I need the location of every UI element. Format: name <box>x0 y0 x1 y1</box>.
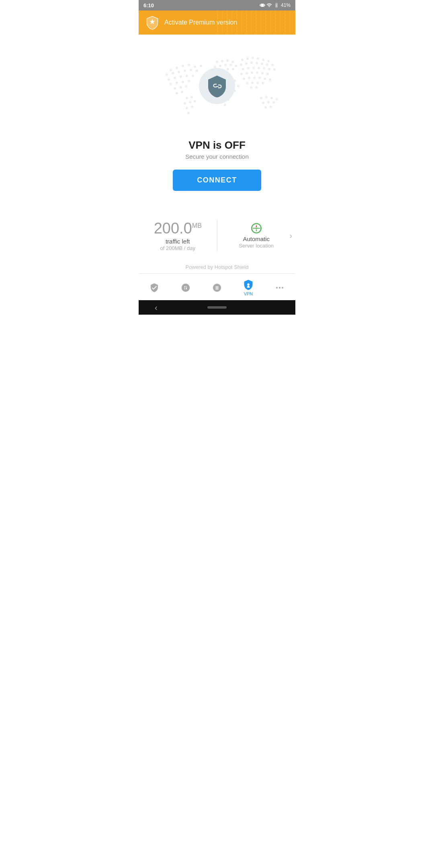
nav-item-protection[interactable] <box>143 280 166 295</box>
svg-point-201 <box>224 64 227 66</box>
svg-point-227 <box>241 59 244 61</box>
svg-point-82 <box>221 24 223 26</box>
back-button[interactable]: ‹ <box>155 303 158 312</box>
svg-point-141 <box>217 34 218 35</box>
svg-point-81 <box>217 24 218 26</box>
svg-point-194 <box>187 112 190 114</box>
svg-point-35 <box>284 14 286 16</box>
svg-point-62 <box>221 21 223 23</box>
battery-percent: 41% <box>281 2 291 8</box>
svg-point-147 <box>246 34 247 35</box>
svg-point-272 <box>264 106 267 108</box>
svg-point-265 <box>260 97 262 99</box>
svg-point-67 <box>246 21 247 23</box>
traffic-stat: 200.0MB traffic left of 200MB / day <box>139 220 217 251</box>
svg-point-195 <box>216 61 218 63</box>
svg-point-176 <box>186 75 188 77</box>
svg-point-17 <box>294 11 295 13</box>
svg-point-182 <box>174 87 176 90</box>
vpn-subtitle: Secure your connection <box>185 153 249 160</box>
svg-point-279 <box>247 283 250 286</box>
svg-point-112 <box>270 27 271 29</box>
traffic-label: traffic left <box>145 238 211 245</box>
svg-point-150 <box>260 34 262 35</box>
svg-point-196 <box>221 60 223 62</box>
nav-item-blocker[interactable] <box>206 280 228 295</box>
svg-point-116 <box>289 27 291 29</box>
svg-point-89 <box>255 24 257 26</box>
svg-point-163 <box>182 65 184 67</box>
svg-point-171 <box>190 69 192 71</box>
svg-point-145 <box>236 34 237 35</box>
svg-point-167 <box>166 74 168 76</box>
vpn-icon <box>243 279 254 291</box>
stats-section: 200.0MB traffic left of 200MB / day Auto… <box>139 207 295 258</box>
svg-point-33 <box>274 14 276 16</box>
svg-point-84 <box>231 24 233 26</box>
svg-point-86 <box>241 24 242 26</box>
svg-point-54 <box>279 18 281 19</box>
svg-point-149 <box>255 34 257 35</box>
status-time: 6:10 <box>143 2 154 8</box>
svg-point-157 <box>294 34 295 35</box>
svg-point-121 <box>217 31 218 32</box>
svg-point-46 <box>241 18 242 19</box>
more-icon <box>274 282 285 293</box>
svg-point-193 <box>191 106 193 108</box>
svg-point-52 <box>270 18 271 19</box>
svg-point-238 <box>266 63 268 66</box>
connect-button[interactable]: CONNECT <box>173 170 261 191</box>
svg-point-152 <box>270 34 271 35</box>
nav-item-more[interactable] <box>268 280 291 295</box>
svg-point-229 <box>252 57 254 59</box>
svg-point-230 <box>257 57 259 60</box>
svg-point-49 <box>255 18 257 19</box>
svg-point-197 <box>226 59 229 62</box>
svg-point-172 <box>196 70 198 72</box>
premium-banner[interactable]: Activate Premium version <box>139 10 295 35</box>
svg-point-168 <box>172 72 174 74</box>
shield-link-svg <box>205 74 229 98</box>
svg-point-243 <box>258 67 260 69</box>
svg-point-76 <box>289 21 291 23</box>
svg-point-180 <box>182 81 184 83</box>
svg-point-90 <box>260 24 262 26</box>
svg-point-85 <box>236 24 237 26</box>
svg-point-68 <box>250 21 252 23</box>
svg-point-50 <box>260 18 262 19</box>
svg-point-263 <box>250 86 252 89</box>
nav-item-speed[interactable] <box>174 280 197 295</box>
server-location[interactable]: Automatic Server location › <box>217 223 296 249</box>
nav-item-vpn[interactable]: VPN <box>237 278 260 298</box>
svg-point-9 <box>255 11 257 13</box>
svg-point-130 <box>260 31 262 32</box>
svg-point-64 <box>231 21 233 23</box>
svg-point-256 <box>258 77 261 79</box>
svg-point-266 <box>265 96 268 98</box>
svg-point-191 <box>194 100 196 102</box>
svg-point-122 <box>221 31 223 32</box>
svg-point-234 <box>245 62 248 65</box>
svg-point-113 <box>274 27 276 29</box>
svg-point-22 <box>221 14 223 16</box>
traffic-sub: of 200MB / day <box>145 245 211 251</box>
vpn-title: VPN is OFF <box>185 139 249 151</box>
svg-point-181 <box>188 80 190 82</box>
svg-point-47 <box>246 18 247 19</box>
svg-point-151 <box>265 34 266 35</box>
svg-point-2 <box>221 11 223 13</box>
svg-point-28 <box>250 14 252 16</box>
home-pill[interactable] <box>207 306 227 309</box>
svg-point-107 <box>246 27 247 29</box>
svg-point-270 <box>267 101 270 103</box>
svg-point-37 <box>294 14 295 16</box>
recents-button[interactable]: □ <box>276 305 279 310</box>
svg-point-102 <box>221 27 223 29</box>
traffic-unit: MB <box>192 222 202 229</box>
svg-point-97 <box>294 24 295 26</box>
svg-point-240 <box>242 68 244 70</box>
status-icons: 41% <box>260 2 291 8</box>
svg-point-30 <box>260 14 262 16</box>
svg-point-192 <box>186 107 188 109</box>
svg-point-14 <box>279 11 281 13</box>
